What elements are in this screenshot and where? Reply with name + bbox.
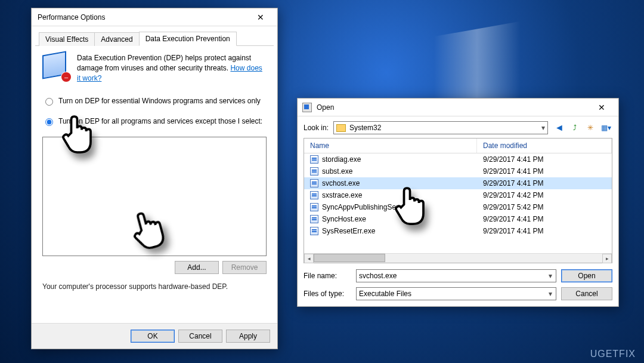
performance-options-window: Performance Options ✕ Visual Effects Adv… (31, 8, 278, 349)
file-date: 9/29/2017 4:41 PM (477, 227, 612, 235)
exe-icon (310, 167, 318, 176)
ok-button[interactable]: OK (131, 330, 175, 343)
watermark: UGETFIX (590, 349, 636, 359)
filetypes-label: Files of type: (304, 290, 351, 298)
radio-all-except-label: Turn on DEP for all programs and service… (58, 117, 262, 125)
radio-all-except-input[interactable] (45, 118, 53, 126)
view-icon: ▦▾ (601, 124, 611, 132)
file-name: SysResetErr.exe (322, 227, 375, 235)
file-row[interactable]: svchost.exe9/29/2017 4:41 PM (304, 177, 612, 189)
file-date: 9/29/2017 4:42 PM (477, 191, 612, 199)
exe-icon (310, 155, 318, 164)
file-rows[interactable]: stordiag.exe9/29/2017 4:41 PMsubst.exe9/… (304, 153, 612, 253)
filetypes-value[interactable] (357, 290, 545, 298)
filename-label: File name: (304, 272, 351, 280)
scroll-right-button[interactable]: ▸ (602, 254, 612, 263)
window-title: Performance Options (38, 13, 105, 21)
chevron-down-icon[interactable]: ▾ (545, 272, 556, 280)
dialog-footer: OK Cancel Apply (32, 323, 277, 349)
file-row[interactable]: sxstrace.exe9/29/2017 4:42 PM (304, 189, 612, 201)
scroll-track[interactable] (314, 254, 602, 263)
file-list: Name Date modified stordiag.exe9/29/2017… (304, 138, 612, 263)
tab-visual-effects[interactable]: Visual Effects (39, 32, 95, 46)
scroll-thumb[interactable] (314, 254, 385, 262)
open-button[interactable]: Open (561, 269, 612, 282)
filename-input[interactable] (357, 272, 545, 280)
dep-chip-icon: – (42, 53, 69, 79)
file-name: subst.exe (322, 167, 352, 176)
radio-essential-label: Turn on DEP for essential Windows progra… (58, 97, 261, 105)
close-icon: ✕ (257, 13, 264, 22)
look-in-combo[interactable]: System32 ▾ (333, 121, 548, 134)
open-cancel-button[interactable]: Cancel (561, 287, 612, 300)
close-button[interactable]: ✕ (247, 9, 274, 26)
open-title: Open (317, 103, 334, 112)
up-folder-icon: ⤴ (573, 124, 577, 132)
file-name: SyncAppvPublishingServer.exe (322, 203, 422, 211)
titlebar[interactable]: Performance Options ✕ (32, 8, 277, 26)
look-in-row: Look in: System32 ▾ ◄ ⤴ ✳ ▦▾ (298, 116, 618, 138)
cancel-button[interactable]: Cancel (178, 330, 222, 343)
dep-panel: – Data Execution Prevention (DEP) helps … (32, 46, 277, 323)
exe-icon (310, 203, 318, 211)
column-date[interactable]: Date modified (477, 139, 612, 153)
file-date: 9/29/2017 4:41 PM (477, 179, 612, 187)
chevron-down-icon: ▾ (541, 124, 545, 132)
look-in-value: System32 (349, 124, 381, 132)
folder-icon (336, 124, 346, 132)
file-date: 9/29/2017 4:41 PM (477, 167, 612, 176)
app-icon (302, 103, 312, 112)
file-row[interactable]: SysResetErr.exe9/29/2017 4:41 PM (304, 225, 612, 237)
file-date: 9/29/2017 4:41 PM (477, 215, 612, 223)
file-name: SyncHost.exe (322, 215, 366, 223)
column-name[interactable]: Name (304, 139, 477, 153)
back-icon: ◄ (555, 122, 564, 133)
file-row[interactable]: SyncHost.exe9/29/2017 4:41 PM (304, 213, 612, 225)
add-button[interactable]: Add... (175, 261, 219, 274)
tab-advanced[interactable]: Advanced (94, 32, 139, 46)
file-name: sxstrace.exe (322, 191, 362, 199)
filename-field[interactable]: ▾ (356, 269, 556, 282)
dep-description: Data Execution Prevention (DEP) helps pr… (77, 53, 267, 83)
file-row[interactable]: stordiag.exe9/29/2017 4:41 PM (304, 153, 612, 165)
file-name: stordiag.exe (322, 155, 361, 164)
dep-exceptions-list[interactable] (42, 137, 267, 256)
filetypes-combo[interactable]: ▾ (356, 287, 556, 300)
exe-icon (310, 227, 318, 235)
view-menu-button[interactable]: ▦▾ (599, 121, 612, 134)
open-bottom: File name: ▾ Open Files of type: ▾ Cance… (298, 263, 618, 306)
tabstrip: Visual Effects Advanced Data Execution P… (35, 29, 274, 46)
up-one-level-button[interactable]: ⤴ (568, 121, 581, 134)
tab-dep[interactable]: Data Execution Prevention (139, 32, 237, 46)
new-folder-icon: ✳ (587, 124, 593, 132)
open-dialog: Open ✕ Look in: System32 ▾ ◄ ⤴ ✳ ▦▾ Name… (297, 98, 619, 307)
look-in-label: Look in: (304, 124, 329, 132)
exe-icon (310, 179, 318, 187)
radio-essential[interactable]: Turn on DEP for essential Windows progra… (42, 96, 267, 106)
chevron-down-icon[interactable]: ▾ (545, 290, 556, 298)
column-headers[interactable]: Name Date modified (304, 139, 612, 153)
close-icon: ✕ (598, 103, 605, 112)
remove-button: Remove (222, 261, 267, 274)
file-date: 9/29/2017 5:42 PM (477, 203, 612, 211)
radio-all-except[interactable]: Turn on DEP for all programs and service… (42, 116, 267, 126)
open-close-button[interactable]: ✕ (589, 99, 615, 116)
exe-icon (310, 191, 318, 199)
open-titlebar[interactable]: Open ✕ (298, 99, 618, 116)
file-row[interactable]: subst.exe9/29/2017 4:41 PM (304, 165, 612, 177)
file-row[interactable]: SyncAppvPublishingServer.exe9/29/2017 5:… (304, 201, 612, 213)
h-scrollbar[interactable]: ◂ ▸ (304, 253, 612, 263)
back-button[interactable]: ◄ (553, 121, 566, 134)
exe-icon (310, 215, 318, 223)
apply-button[interactable]: Apply (226, 330, 270, 343)
new-folder-button[interactable]: ✳ (584, 121, 597, 134)
file-name: svchost.exe (322, 179, 360, 187)
radio-essential-input[interactable] (45, 98, 53, 106)
scroll-left-button[interactable]: ◂ (304, 254, 314, 263)
dep-description-text: Data Execution Prevention (DEP) helps pr… (77, 54, 251, 72)
file-date: 9/29/2017 4:41 PM (477, 155, 612, 164)
dep-support-text: Your computer's processor supports hardw… (42, 282, 267, 291)
